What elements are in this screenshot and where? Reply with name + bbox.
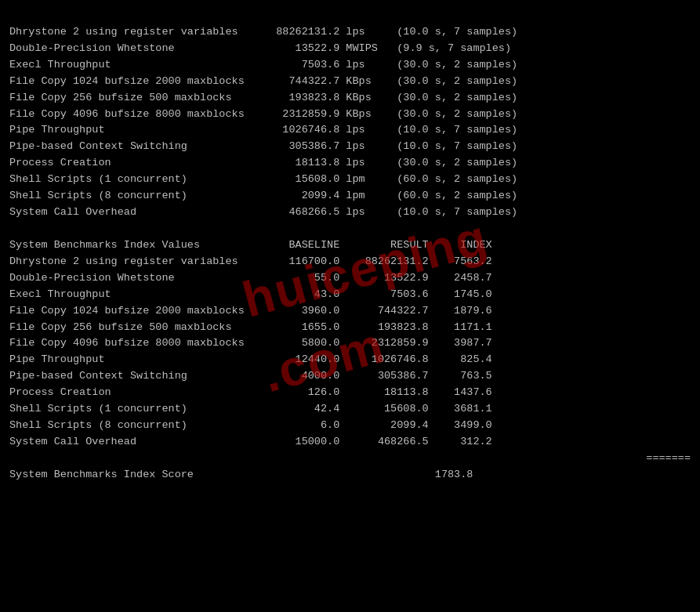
benchmark-result-row: Dhrystone 2 using register variables 882… [9,24,691,41]
index-row: File Copy 4096 bufsize 8000 maxblocks 58… [9,335,691,352]
index-row: Pipe Throughput 12440.0 1026746.8 825.4 [9,352,691,368]
benchmark-result-row: File Copy 256 bufsize 500 maxblocks 1938… [9,90,691,107]
index-row: Process Creation 126.0 18113.8 1437.6 [9,385,691,401]
index-row: Double-Precision Whetstone 55.0 13522.9 … [9,270,691,287]
index-row: Pipe-based Context Switching 4000.0 3053… [9,368,691,385]
index-row: File Copy 256 bufsize 500 maxblocks 1655… [9,320,691,336]
benchmark-result-row: Execl Throughput 7503.6 lps (30.0 s, 2 s… [9,57,691,74]
index-row: Execl Throughput 43.0 7503.6 1745.0 [9,287,691,303]
benchmark-result-row: Double-Precision Whetstone 13522.9 MWIPS… [9,41,691,57]
benchmark-result-row: Shell Scripts (8 concurrent) 2099.4 lpm … [9,188,691,205]
index-section: System Benchmarks Index Values BASELINE … [9,237,691,451]
benchmark-result-row: System Call Overhead 468266.5 lps (10.0 … [9,205,691,221]
equals-line: ======= [9,451,691,467]
index-row: Dhrystone 2 using register variables 116… [9,254,691,270]
benchmark-result-row: File Copy 1024 bufsize 2000 maxblocks 74… [9,74,691,90]
index-row: Shell Scripts (8 concurrent) 6.0 2099.4 … [9,418,691,434]
index-row: File Copy 1024 bufsize 2000 maxblocks 39… [9,303,691,320]
benchmark-result-row: Pipe-based Context Switching 305386.7 lp… [9,139,691,155]
benchmark-result-row: Shell Scripts (1 concurrent) 15608.0 lpm… [9,172,691,188]
index-row: Shell Scripts (1 concurrent) 42.4 15608.… [9,401,691,418]
score-line: System Benchmarks Index Score 1783.8 [9,467,691,483]
benchmark-result-row: File Copy 4096 bufsize 8000 maxblocks 23… [9,107,691,123]
index-header-row: System Benchmarks Index Values BASELINE … [9,237,691,254]
benchmark-result-row: Pipe Throughput 1026746.8 lps (10.0 s, 7… [9,122,691,139]
benchmark-results-section: Dhrystone 2 using register variables 882… [9,24,691,221]
index-row: System Call Overhead 15000.0 468266.5 31… [9,434,691,451]
terminal-window: Dhrystone 2 using register variables 882… [9,8,691,483]
benchmark-result-row: Process Creation 18113.8 lps (30.0 s, 2 … [9,155,691,172]
